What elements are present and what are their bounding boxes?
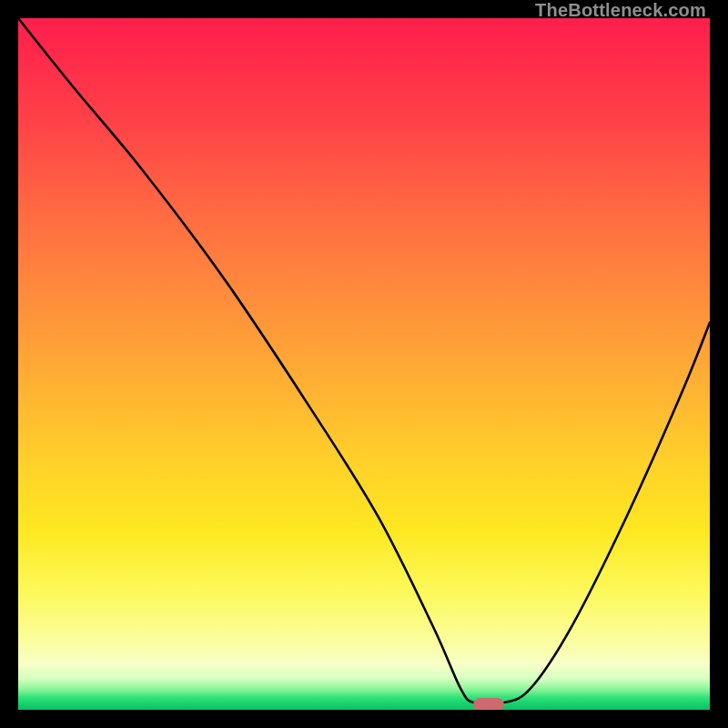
chart-frame: TheBottleneck.com [0, 0, 728, 728]
optimal-marker [473, 698, 504, 710]
plot-area [18, 18, 710, 710]
bottleneck-curve [18, 18, 710, 710]
